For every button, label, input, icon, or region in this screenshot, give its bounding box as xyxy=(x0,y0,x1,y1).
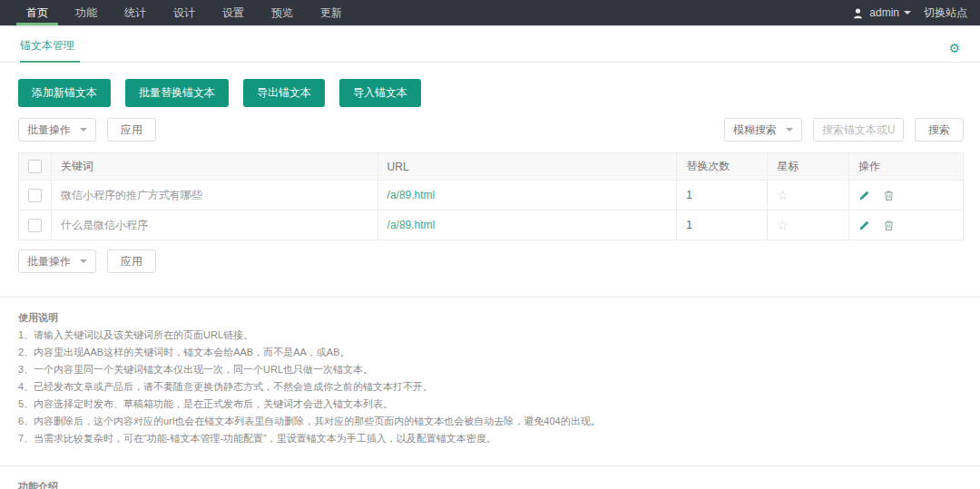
bulk-action-select[interactable]: 批量操作 xyxy=(18,249,96,273)
feature-intro-title: 功能介绍 xyxy=(18,480,962,489)
user-menu[interactable]: admin xyxy=(869,6,899,19)
usage-note-item: 4、已经发布文章或产品后，请不要随意更换伪静态方式，不然会造成你之前的锚文本打不… xyxy=(18,380,962,393)
edit-icon[interactable] xyxy=(858,190,870,201)
keyword-text: 什么是微信小程序 xyxy=(61,219,148,231)
add-anchor-button[interactable]: 添加新锚文本 xyxy=(18,79,111,107)
apply-button[interactable]: 应用 xyxy=(107,118,156,142)
usage-note-item: 6、内容删除后，这个内容对应的url也会在锚文本列表里自动删除，其对应的那些页面… xyxy=(18,415,962,427)
page-title: 锚文本管理 xyxy=(20,38,80,63)
bulk-action-select[interactable]: 批量操作 xyxy=(18,118,96,142)
url-link[interactable]: /a/89.html xyxy=(387,219,436,231)
usage-note-item: 1、请输入关键词以及该关键词所在的页面URL链接。 xyxy=(18,328,962,341)
feature-intro-section: 功能介绍 1、网站内所有页面的关键词以及URL链接自动收录到本功能里。 2、当发… xyxy=(0,466,980,489)
top-controls-row: 批量操作 应用 模糊搜索 搜索 xyxy=(0,107,980,151)
keyword-text: 微信小程序的推广方式有哪些 xyxy=(61,189,202,201)
col-header-count: 替换次数 xyxy=(677,153,768,181)
usage-note-item: 7、当需求比较复杂时，可在“功能-锚文本管理-功能配置”，里设置锚文本为手工插入… xyxy=(18,432,962,445)
chevron-down-icon xyxy=(80,128,87,132)
switch-site-link[interactable]: 切换站点 xyxy=(924,5,967,21)
nav-item-preview[interactable]: 预览 xyxy=(258,0,307,25)
bulk-action-select-value: 批量操作 xyxy=(27,122,71,138)
search-mode-value: 模糊搜索 xyxy=(733,122,777,138)
row-checkbox[interactable] xyxy=(28,189,42,202)
bulk-controls-top: 批量操作 应用 xyxy=(18,118,156,142)
gear-icon[interactable]: ⚙ xyxy=(948,42,960,62)
table-row: 微信小程序的推广方式有哪些 /a/89.html 1 ☆ xyxy=(19,181,964,210)
col-header-operation: 操作 xyxy=(849,153,964,181)
usage-note-item: 2、内容里出现AAB这样的关键词时，锚文本会给AAB，而不是AA，或AB。 xyxy=(18,346,962,358)
export-anchor-button[interactable]: 导出锚文本 xyxy=(243,79,325,107)
bulk-controls-bottom: 批量操作 应用 xyxy=(18,249,156,273)
batch-replace-button[interactable]: 批量替换锚文本 xyxy=(125,79,229,107)
nav-item-update[interactable]: 更新 xyxy=(307,0,356,25)
url-link[interactable]: /a/89.html xyxy=(387,189,436,201)
nav-item-features[interactable]: 功能 xyxy=(62,0,111,25)
anchor-table: 关键词 URL 替换次数 星标 操作 微信小程序的推广方式有哪些 /a/89.h… xyxy=(18,152,964,240)
action-button-row: 添加新锚文本 批量替换锚文本 导出锚文本 导入锚文本 xyxy=(0,63,980,107)
search-button[interactable]: 搜索 xyxy=(915,118,964,142)
top-navbar: 首页 功能 统计 设计 设置 预览 更新 admin 切换站点 xyxy=(0,0,980,25)
row-checkbox[interactable] xyxy=(28,219,42,232)
nav-item-settings[interactable]: 设置 xyxy=(209,0,258,25)
page-title-row: 锚文本管理 ⚙ xyxy=(0,25,980,63)
usage-notes-section: 使用说明 1、请输入关键词以及该关键词所在的页面URL链接。 2、内容里出现AA… xyxy=(0,298,980,451)
delete-icon[interactable] xyxy=(883,220,895,231)
navbar-right: admin 切换站点 xyxy=(852,0,967,25)
apply-button[interactable]: 应用 xyxy=(107,249,156,273)
usage-notes-title: 使用说明 xyxy=(18,311,962,324)
bulk-action-select-value: 批量操作 xyxy=(27,254,71,269)
usage-note-item: 3、一个内容里同一个关键词锚文本仅出现一次，同一个URL也只做一次锚文本。 xyxy=(18,363,962,376)
search-controls: 模糊搜索 搜索 xyxy=(724,118,964,142)
select-all-checkbox[interactable] xyxy=(28,160,42,173)
chevron-down-icon xyxy=(904,11,911,15)
edit-icon[interactable] xyxy=(858,220,870,231)
nav-tabs: 首页 功能 统计 设计 设置 预览 更新 xyxy=(13,0,356,25)
usage-note-item: 5、内容选择定时发布、草稿箱功能，是在正式发布后，关键词才会进入锚文本列表。 xyxy=(18,397,962,410)
star-icon[interactable]: ☆ xyxy=(777,218,789,232)
star-icon[interactable]: ☆ xyxy=(777,188,789,202)
col-header-star: 星标 xyxy=(768,153,849,181)
search-mode-select[interactable]: 模糊搜索 xyxy=(724,118,802,142)
search-input[interactable] xyxy=(813,118,904,142)
nav-item-home[interactable]: 首页 xyxy=(13,0,62,25)
delete-icon[interactable] xyxy=(883,190,895,201)
table-row: 什么是微信小程序 /a/89.html 1 ☆ xyxy=(19,210,964,240)
col-header-keyword: 关键词 xyxy=(52,153,378,181)
nav-item-design[interactable]: 设计 xyxy=(160,0,209,25)
table-header-row: 关键词 URL 替换次数 星标 操作 xyxy=(19,153,964,181)
replace-count: 1 xyxy=(686,189,692,201)
import-anchor-button[interactable]: 导入锚文本 xyxy=(339,79,421,107)
nav-item-statistics[interactable]: 统计 xyxy=(111,0,160,25)
bottom-controls-row: 批量操作 应用 xyxy=(0,240,980,282)
replace-count: 1 xyxy=(686,219,692,231)
user-icon xyxy=(852,7,864,19)
chevron-down-icon xyxy=(80,259,87,263)
chevron-down-icon xyxy=(786,128,793,132)
col-header-url: URL xyxy=(377,153,677,181)
